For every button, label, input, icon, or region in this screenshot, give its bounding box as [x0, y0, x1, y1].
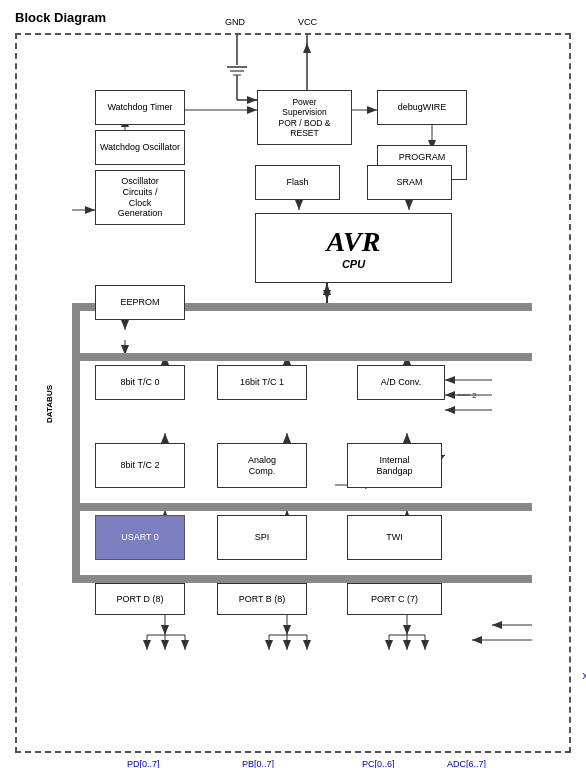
svg-marker-73 [143, 640, 151, 650]
xtal-label: XTAL[1..2] [582, 671, 586, 681]
svg-marker-50 [283, 433, 291, 443]
watchdog-oscillator-block: Watchdog Oscillator [95, 130, 185, 165]
page: Block Diagram [0, 0, 586, 768]
svg-marker-38 [161, 355, 169, 365]
svg-marker-9 [247, 96, 257, 104]
analog-comp-label: Analog Comp. [248, 455, 276, 477]
debugwire-block: debugWIRE [377, 90, 467, 125]
gnd-top-label: GND [225, 17, 245, 27]
usart0-block: USART 0 [95, 515, 185, 560]
svg-marker-14 [247, 106, 257, 114]
internal-bandgap-label: Internal Bandgap [376, 455, 412, 477]
flash-label: Flash [286, 177, 308, 188]
eeprom-label: EEPROM [120, 297, 159, 308]
svg-marker-123 [472, 636, 482, 644]
vcc-top-label: VCC [298, 17, 317, 27]
usart0-label: USART 0 [121, 532, 159, 543]
svg-marker-23 [295, 200, 303, 210]
svg-marker-108 [445, 391, 455, 399]
svg-marker-53 [403, 433, 411, 443]
svg-rect-101 [72, 353, 532, 361]
svg-marker-74 [161, 640, 169, 650]
ad-conv-block: A/D Conv. [357, 365, 445, 400]
oscillator-block: Oscillator Circuits / Clock Generation [95, 170, 185, 225]
twi-label: TWI [386, 532, 403, 543]
svg-marker-41 [283, 355, 291, 365]
power-supervision-block: Power Supervision POR / BOD & RESET [257, 90, 352, 145]
svg-text:2: 2 [472, 391, 477, 400]
internal-bandgap-block: Internal Bandgap [347, 443, 442, 488]
watchdog-timer-block: Watchdog Timer [95, 90, 185, 125]
svg-marker-36 [121, 345, 129, 355]
svg-marker-86 [283, 640, 291, 650]
cpu-label: CPU [327, 258, 381, 271]
flash-block: Flash [255, 165, 340, 200]
ad-conv-label: A/D Conv. [381, 377, 421, 388]
svg-marker-110 [445, 406, 455, 414]
16bit-tc1-label: 16bit T/C 1 [240, 377, 284, 388]
watchdog-timer-label: Watchdog Timer [107, 102, 172, 113]
port-c-label: PORT C (7) [371, 594, 418, 605]
svg-marker-44 [403, 355, 411, 365]
svg-rect-103 [72, 575, 532, 583]
svg-marker-47 [161, 433, 169, 443]
block-diagram: 6 2 GND VCC Watchdog Timer [15, 33, 571, 753]
svg-marker-97 [385, 640, 393, 650]
16bit-tc1-block: 16bit T/C 1 [217, 365, 307, 400]
oscillator-label: Oscillator Circuits / Clock Generation [118, 176, 163, 219]
svg-marker-75 [181, 640, 189, 650]
port-c-block: PORT C (7) [347, 583, 442, 615]
svg-marker-28 [323, 283, 331, 295]
svg-marker-106 [445, 376, 455, 384]
svg-marker-87 [303, 640, 311, 650]
svg-marker-85 [265, 640, 273, 650]
port-b-block: PORT B (8) [217, 583, 307, 615]
port-d-block: PORT D (8) [95, 583, 185, 615]
watchdog-oscillator-label: Watchdog Oscillator [100, 142, 180, 153]
port-d-label: PORT D (8) [116, 594, 163, 605]
svg-marker-31 [85, 206, 95, 214]
avr-cpu-block: AVR CPU [255, 213, 452, 283]
twi-block: TWI [347, 515, 442, 560]
svg-marker-99 [421, 640, 429, 650]
8bit-tc0-block: 8bit T/C 0 [95, 365, 185, 400]
svg-marker-92 [403, 625, 411, 635]
svg-marker-26 [405, 200, 413, 210]
svg-marker-29 [323, 290, 331, 300]
svg-rect-102 [72, 503, 532, 511]
spi-label: SPI [255, 532, 270, 543]
svg-marker-80 [283, 625, 291, 635]
sram-block: SRAM [367, 165, 452, 200]
8bit-tc2-label: 8bit T/C 2 [121, 460, 160, 471]
svg-marker-20 [367, 106, 377, 114]
power-supervision-label: Power Supervision POR / BOD & RESET [279, 97, 331, 138]
pb-label: PB[0..7] [242, 759, 274, 768]
svg-marker-68 [161, 625, 169, 635]
sram-label: SRAM [396, 177, 422, 188]
pd-label: PD[0..7] [127, 759, 160, 768]
debugwire-label: debugWIRE [398, 102, 447, 113]
page-title: Block Diagram [15, 10, 571, 25]
svg-marker-34 [121, 320, 129, 330]
adc-label: ADC[6..7] [447, 759, 486, 768]
svg-marker-121 [492, 621, 502, 629]
8bit-tc0-label: 8bit T/C 0 [121, 377, 160, 388]
svg-rect-104 [72, 303, 80, 583]
databus-label: DATABUS [45, 385, 54, 423]
8bit-tc2-block: 8bit T/C 2 [95, 443, 185, 488]
avr-label: AVR [327, 226, 381, 257]
svg-marker-5 [303, 43, 311, 53]
eeprom-block: EEPROM [95, 285, 185, 320]
spi-block: SPI [217, 515, 307, 560]
port-b-label: PORT B (8) [239, 594, 286, 605]
svg-marker-98 [403, 640, 411, 650]
analog-comp-block: Analog Comp. [217, 443, 307, 488]
pc-label: PC[0..6] [362, 759, 395, 768]
